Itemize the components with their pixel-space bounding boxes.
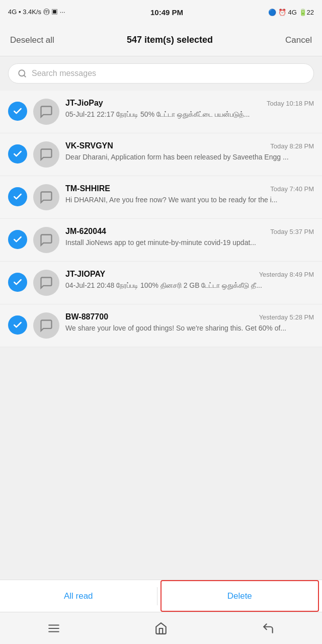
search-placeholder[interactable]: Search messages	[32, 69, 96, 78]
message-time: Today 5:37 PM	[270, 228, 314, 235]
message-header: JM-620044 Today 5:37 PM	[65, 227, 314, 236]
message-preview: We share your love of good things! So we…	[65, 324, 314, 334]
check-icon	[13, 192, 23, 202]
message-content: BW-887700 Yesterday 5:28 PM We share you…	[65, 312, 314, 334]
menu-icon	[47, 622, 60, 635]
status-right: 🔵 ⏰ 4G 🔋22	[268, 9, 314, 16]
selection-checkbox[interactable]	[8, 144, 27, 164]
message-time: Today 10:18 PM	[267, 100, 314, 107]
sender-name: VK-SRVGYN	[65, 141, 113, 150]
avatar	[33, 227, 59, 253]
home-icon	[154, 622, 168, 635]
status-left: 4G ▪ 3.4K/s ⓜ ▣ ···	[8, 8, 65, 17]
message-header: JT-JioPay Today 10:18 PM	[65, 99, 314, 108]
avatar	[33, 312, 59, 339]
message-avatar-icon	[39, 233, 53, 247]
list-item[interactable]: VK-SRVGYN Today 8:28 PM Dear Dharani, Ap…	[0, 133, 322, 176]
check-icon	[13, 149, 23, 159]
network-info: 4G ▪ 3.4K/s ⓜ ▣ ···	[8, 8, 65, 17]
list-item[interactable]: JM-620044 Today 5:37 PM Install JioNews …	[0, 219, 322, 262]
all-read-button[interactable]: All read	[0, 580, 157, 612]
message-preview: Install JioNews app to get minute-by-min…	[65, 238, 314, 248]
message-content: TM-SHHIRE Today 7:40 PM Hi DHARANI, Are …	[65, 184, 314, 205]
avatar	[33, 141, 59, 168]
message-header: TM-SHHIRE Today 7:40 PM	[65, 184, 314, 193]
message-preview: Dear Dharani, Application form has been …	[65, 152, 314, 163]
message-preview: Hi DHARANI, Are you free now? We want yo…	[65, 195, 314, 205]
message-preview: 04-Jul-21 20:48 நேரப்படி 100% தினசரி 2 G…	[65, 281, 314, 291]
sender-name: JT-JioPay	[65, 99, 103, 108]
nav-bar	[0, 612, 322, 644]
check-icon	[13, 320, 23, 330]
message-avatar-icon	[39, 190, 53, 204]
list-item[interactable]: TM-SHHIRE Today 7:40 PM Hi DHARANI, Are …	[0, 176, 322, 219]
message-content: VK-SRVGYN Today 8:28 PM Dear Dharani, Ap…	[65, 141, 314, 163]
battery-info: 🔵 ⏰ 4G 🔋22	[268, 9, 314, 16]
status-time: 10:49 PM	[150, 8, 183, 17]
sender-name: TM-SHHIRE	[65, 184, 110, 193]
check-icon	[13, 106, 23, 116]
avatar	[33, 184, 59, 210]
message-avatar-icon	[39, 276, 53, 290]
sender-name: JT-JIOPAY	[65, 270, 105, 279]
message-header: JT-JIOPAY Yesterday 8:49 PM	[65, 270, 314, 279]
search-box[interactable]: Search messages	[8, 63, 314, 84]
message-list: JT-JioPay Today 10:18 PM 05-Jul-21 22:17…	[0, 91, 322, 580]
search-icon	[18, 69, 27, 78]
message-time: Today 8:28 PM	[270, 142, 314, 150]
selection-checkbox[interactable]	[8, 230, 27, 249]
sender-name: BW-887700	[65, 312, 108, 321]
status-bar: 4G ▪ 3.4K/s ⓜ ▣ ··· 10:49 PM 🔵 ⏰ 4G 🔋22	[0, 0, 322, 24]
message-header: BW-887700 Yesterday 5:28 PM	[65, 312, 314, 321]
message-time: Today 7:40 PM	[270, 185, 314, 193]
cancel-button[interactable]: Cancel	[285, 35, 312, 45]
selection-checkbox[interactable]	[8, 102, 27, 121]
bottom-action-bar: All read Delete	[0, 580, 322, 612]
message-header: VK-SRVGYN Today 8:28 PM	[65, 141, 314, 150]
action-bar: Deselect all 547 item(s) selected Cancel	[0, 24, 322, 56]
selection-checkbox[interactable]	[8, 187, 27, 206]
bottom-divider	[157, 587, 157, 605]
selection-count: 547 item(s) selected	[127, 35, 213, 45]
list-item[interactable]: JT-JIOPAY Yesterday 8:49 PM 04-Jul-21 20…	[0, 262, 322, 304]
delete-label: Delete	[227, 591, 252, 601]
avatar	[33, 99, 59, 125]
message-time: Yesterday 5:28 PM	[259, 313, 314, 321]
back-icon	[262, 622, 275, 635]
back-nav-button[interactable]	[253, 618, 283, 638]
check-icon	[13, 277, 23, 287]
menu-nav-button[interactable]	[39, 618, 69, 638]
message-avatar-icon	[39, 318, 53, 333]
deselect-all-button[interactable]: Deselect all	[10, 35, 54, 45]
message-time: Yesterday 8:49 PM	[259, 271, 314, 278]
check-icon	[13, 234, 23, 245]
svg-line-1	[24, 75, 25, 76]
all-read-label: All read	[64, 591, 93, 601]
message-avatar-icon	[39, 105, 53, 119]
search-container: Search messages	[0, 56, 322, 91]
sender-name: JM-620044	[65, 227, 106, 236]
message-preview: 05-Jul-21 22:17 நேரப்படி 50% டேட்டா ஒதுக…	[65, 110, 314, 120]
selection-checkbox[interactable]	[8, 315, 27, 335]
message-content: JT-JioPay Today 10:18 PM 05-Jul-21 22:17…	[65, 99, 314, 120]
list-item[interactable]: JT-JioPay Today 10:18 PM 05-Jul-21 22:17…	[0, 91, 322, 133]
message-avatar-icon	[39, 147, 53, 162]
message-content: JT-JIOPAY Yesterday 8:49 PM 04-Jul-21 20…	[65, 270, 314, 291]
delete-button[interactable]: Delete	[160, 580, 319, 612]
home-nav-button[interactable]	[146, 618, 176, 638]
avatar	[33, 270, 59, 296]
list-item[interactable]: BW-887700 Yesterday 5:28 PM We share you…	[0, 304, 322, 347]
message-content: JM-620044 Today 5:37 PM Install JioNews …	[65, 227, 314, 248]
selection-checkbox[interactable]	[8, 273, 27, 292]
